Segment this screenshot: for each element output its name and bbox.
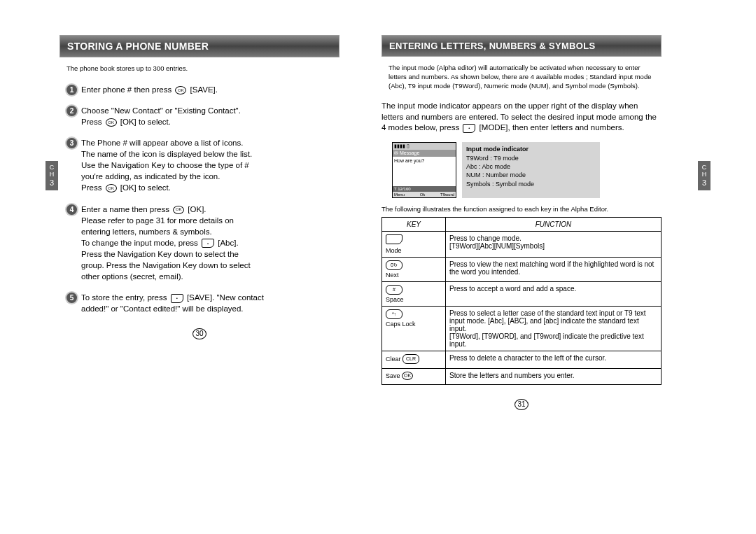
left-softkey-icon: • bbox=[171, 294, 183, 303]
function-cell: Press to view the next matching word if … bbox=[446, 257, 662, 281]
right-softkey-icon: • bbox=[463, 124, 475, 133]
page-number-right: 31 bbox=[382, 399, 662, 410]
key-cell: 0↻Next bbox=[382, 257, 446, 281]
function-cell: Press to accept a word and add a space. bbox=[446, 281, 662, 306]
ok-key-icon: OK bbox=[106, 118, 117, 127]
step-number: 2 bbox=[66, 106, 77, 116]
key-cell: Mode bbox=[382, 231, 446, 257]
step-text: To store the entry, press • [SAVE]. "New… bbox=[81, 292, 264, 314]
chapter-tab-left: C H 3 bbox=[46, 161, 58, 190]
step-number: 4 bbox=[66, 204, 77, 215]
step-text: The Phone # will appear above a list of … bbox=[81, 137, 252, 193]
intro-small: The input mode (Alpha editor) will autom… bbox=[388, 64, 654, 90]
phone-softkeys: Menu Ok T9word bbox=[393, 192, 456, 197]
figure-row: ▮▮▮▮ ▯ ✉ Message How are you? T 12/160 M… bbox=[392, 142, 662, 198]
page-title-right: ENTERING LETTERS, NUMBERS & SYMBOLS bbox=[382, 35, 662, 57]
page-number-left: 30 bbox=[59, 328, 340, 339]
ok-key-icon: OK bbox=[175, 86, 186, 94]
infobox-line: Abc : Abc mode bbox=[466, 162, 596, 171]
table-row: ModePress to change mode. [T9Word][Abc][… bbox=[382, 231, 662, 257]
function-table: KEY FUNCTION ModePress to change mode. [… bbox=[382, 217, 662, 385]
key-cell: *↑Caps Lock bbox=[382, 306, 446, 351]
phone-statusbar: ▮▮▮▮ ▯ bbox=[393, 143, 456, 150]
right-page: ENTERING LETTERS, NUMBERS & SYMBOLS The … bbox=[382, 35, 662, 410]
table-row: *↑Caps LockPress to select a letter case… bbox=[382, 306, 662, 351]
step-number: 3 bbox=[66, 138, 77, 148]
chapter-tab-num: 3 bbox=[699, 178, 709, 187]
chapter-tab-ch: C H bbox=[47, 164, 57, 178]
function-cell: Store the letters and numbers you enter. bbox=[446, 368, 662, 384]
step: 4Enter a name then press OK [OK]. Please… bbox=[66, 204, 340, 283]
key-icon: 0↻ bbox=[386, 260, 402, 270]
phone-counter: T 12/160 bbox=[393, 186, 456, 192]
steps-list: 1Enter phone # then press OK [SAVE].2Cho… bbox=[66, 84, 340, 315]
left-page: STORING A PHONE NUMBER The phone book st… bbox=[59, 35, 340, 410]
step-text: Choose "New Contact" or "Existing Contac… bbox=[81, 105, 241, 127]
table-row: #SpacePress to accept a word and add a s… bbox=[382, 281, 662, 306]
chapter-tab-ch: C H bbox=[699, 164, 709, 178]
step-number: 5 bbox=[66, 293, 77, 303]
th-function: FUNCTION bbox=[446, 217, 662, 231]
intro-text: The phone book stores up to 300 entries. bbox=[66, 64, 332, 73]
right-softkey-icon: • bbox=[202, 239, 214, 248]
phone-softkey-right: T9word bbox=[440, 192, 454, 197]
th-key: KEY bbox=[382, 217, 446, 231]
page-title-left: STORING A PHONE NUMBER bbox=[59, 35, 340, 57]
key-cell: Clear CLR bbox=[382, 351, 446, 368]
key-icon bbox=[386, 234, 402, 244]
intro-large: The input mode indicator appears on the … bbox=[382, 101, 662, 134]
step: 5To store the entry, press • [SAVE]. "Ne… bbox=[66, 292, 340, 314]
step-number: 1 bbox=[66, 85, 77, 95]
chapter-tab-num: 3 bbox=[47, 178, 57, 187]
key-cell: Save OK bbox=[382, 368, 446, 384]
step: 2Choose "New Contact" or "Existing Conta… bbox=[66, 105, 340, 127]
function-cell: Press to delete a character to the left … bbox=[446, 351, 662, 368]
table-row: Clear CLRPress to delete a character to … bbox=[382, 351, 662, 368]
ok-key-icon: OK bbox=[106, 184, 117, 192]
ok-key-icon: OK bbox=[173, 206, 184, 214]
table-row: 0↻NextPress to view the next matching wo… bbox=[382, 257, 662, 281]
infobox-title: Input mode indicator bbox=[466, 145, 596, 153]
key-icon: OK bbox=[402, 372, 413, 380]
table-intro: The following illustrates the function a… bbox=[382, 205, 662, 214]
phone-message-header: ✉ Message bbox=[393, 150, 456, 157]
function-cell: Press to select a letter case of the sta… bbox=[446, 306, 662, 351]
key-icon: *↑ bbox=[386, 309, 402, 319]
page-spread: STORING A PHONE NUMBER The phone book st… bbox=[0, 0, 756, 431]
input-mode-infobox: Input mode indicator T9Word : T9 modeAbc… bbox=[462, 142, 600, 198]
infobox-line: Symbols : Symbol mode bbox=[466, 180, 596, 188]
infobox-line: T9Word : T9 mode bbox=[466, 154, 596, 162]
step: 3The Phone # will appear above a list of… bbox=[66, 137, 340, 193]
infobox-line: NUM : Number mode bbox=[466, 171, 596, 179]
phone-message-body: How are you? bbox=[393, 157, 456, 186]
key-icon: CLR bbox=[402, 354, 419, 364]
phone-screen-mockup: ▮▮▮▮ ▯ ✉ Message How are you? T 12/160 M… bbox=[392, 142, 456, 198]
step: 1Enter phone # then press OK [SAVE]. bbox=[66, 84, 340, 95]
step-text: Enter a name then press OK [OK]. Please … bbox=[81, 204, 251, 283]
chapter-tab-right: C H 3 bbox=[698, 161, 710, 190]
key-cell: #Space bbox=[382, 281, 446, 306]
key-icon: # bbox=[386, 285, 402, 295]
phone-softkey-center: Ok bbox=[420, 192, 426, 197]
step-text: Enter phone # then press OK [SAVE]. bbox=[81, 84, 218, 95]
table-row: Save OKStore the letters and numbers you… bbox=[382, 368, 662, 384]
phone-softkey-left: Menu bbox=[394, 192, 405, 197]
function-cell: Press to change mode. [T9Word][Abc][NUM]… bbox=[446, 231, 662, 257]
